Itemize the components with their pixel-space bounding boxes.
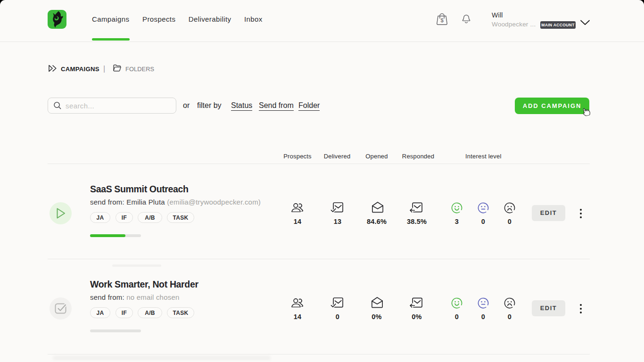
svg-text:$: $ [440,17,444,23]
